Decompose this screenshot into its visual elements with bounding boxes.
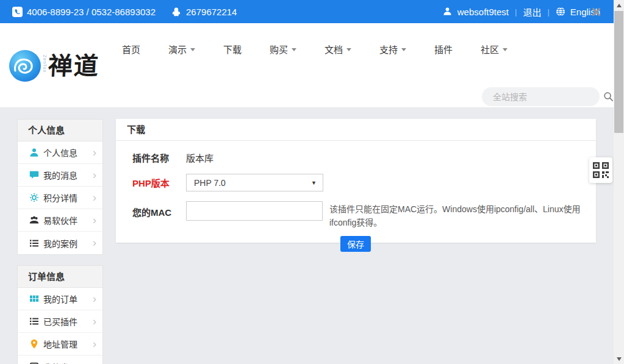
php-version-label: PHP版本 — [132, 176, 175, 189]
panel-title: 下载 — [116, 119, 596, 141]
comment-icon — [29, 170, 39, 180]
scroll-up-arrow-icon[interactable] — [614, 0, 624, 10]
nav-label: 插件 — [434, 43, 453, 55]
plugin-name-label: 插件名称 — [132, 151, 175, 164]
user-icon — [29, 148, 39, 157]
sidebar-item-partners[interactable]: 易软伙伴 › — [18, 209, 102, 232]
sidebar-group-orders: 订单信息 我的订单 › 已买插件 › 地址管理 › — [17, 265, 103, 364]
nav-item-plugins[interactable]: 插件 — [434, 43, 453, 55]
sidebar-item-cases[interactable]: 我的案例 › — [18, 232, 102, 254]
nav-item-support[interactable]: 支持 — [379, 43, 406, 55]
logo-text: 禅道 — [48, 50, 101, 82]
caret-down-icon — [346, 48, 351, 51]
nav-item-download[interactable]: 下载 — [223, 43, 242, 55]
logout-link[interactable]: 退出 — [523, 5, 541, 18]
site-search — [482, 87, 600, 106]
sidebar-item-label: 地址管理 — [43, 338, 93, 350]
search-icon[interactable] — [603, 91, 614, 102]
caret-down-icon: ▼ — [311, 180, 317, 186]
mac-label: 您的MAC — [132, 201, 175, 218]
nav-label: 购买 — [270, 43, 288, 55]
account-user[interactable]: websoft9test — [443, 7, 509, 17]
sidebar-item-addresses[interactable]: 地址管理 › — [18, 333, 102, 355]
chevron-right-icon: › — [93, 315, 96, 327]
caret-down-icon — [503, 48, 507, 51]
nav-label: 演示 — [168, 43, 187, 55]
chevron-right-icon: › — [93, 169, 96, 180]
scrollbar-thumb[interactable] — [614, 11, 623, 133]
caret-down-icon — [292, 48, 296, 51]
form-row-plugin-name: 插件名称 版本库 — [116, 146, 596, 169]
mac-input[interactable] — [186, 201, 323, 221]
qr-code-button[interactable] — [589, 157, 612, 183]
nav-item-docs[interactable]: 文档 — [325, 43, 351, 55]
caret-down-icon — [401, 48, 406, 51]
form-row-mac: 您的MAC 该插件只能在固定MAC运行。Windows使用ipconfig/al… — [116, 196, 596, 234]
mac-hint: 该插件只能在固定MAC运行。Windows使用ipconfig/all、Linu… — [329, 201, 586, 229]
phone-contact: 4006-8899-23 / 0532-86893032 — [12, 7, 156, 17]
php-version-select[interactable]: PHP 7.0 ▼ — [186, 174, 323, 191]
content: 个人信息 个人信息 › 我的消息 › 积分详情 › — [0, 107, 614, 364]
sidebar-group-title: 订单信息 — [18, 266, 102, 288]
logo-subtext: ZenTao — [43, 55, 47, 73]
chevron-right-icon: › — [93, 191, 96, 203]
separator: | — [515, 7, 517, 16]
chevron-right-icon: › — [93, 146, 96, 158]
sidebar-item-label: 个人信息 — [43, 146, 93, 159]
nav-item-demo[interactable]: 演示 — [168, 43, 195, 55]
phone-number: 4006-8899-23 / 0532-86893032 — [27, 7, 156, 17]
header: ZenTao 禅道 首页 演示 下载 购买 文档 支持 插件 社区 — [0, 23, 614, 107]
invoice-icon — [29, 362, 39, 364]
sidebar-item-points[interactable]: 积分详情 › — [18, 187, 102, 209]
form-row-php-version: PHP版本 PHP 7.0 ▼ — [116, 169, 596, 196]
save-button[interactable]: 保存 — [340, 236, 371, 252]
caret-down-icon — [190, 48, 195, 51]
list-icon — [29, 316, 39, 326]
sidebar-item-label: 我的消息 — [43, 169, 93, 181]
sidebar-item-invoices[interactable]: 我的发票 › — [18, 355, 102, 364]
nav-label: 首页 — [122, 43, 140, 55]
username: websoft9test — [457, 7, 509, 17]
globe-icon — [556, 7, 566, 17]
chevron-right-icon: › — [93, 237, 96, 248]
sidebar-item-bought-plugins[interactable]: 已买插件 › — [18, 310, 102, 333]
zentao-logo[interactable]: ZenTao 禅道 — [9, 50, 99, 82]
chevron-right-icon: › — [93, 214, 96, 226]
nav-label: 下载 — [223, 43, 242, 55]
sidebar-item-label: 我的发票 — [43, 361, 93, 364]
users-icon — [29, 215, 39, 225]
chevron-right-icon: › — [93, 360, 96, 364]
close-icon[interactable]: × — [591, 4, 601, 21]
grid-icon — [29, 294, 39, 304]
scrollbar[interactable] — [614, 0, 624, 364]
nav-item-buy[interactable]: 购买 — [270, 43, 296, 55]
sidebar-item-label: 已买插件 — [43, 315, 93, 327]
qr-code-icon — [593, 162, 609, 178]
nav-label: 支持 — [379, 43, 398, 55]
scroll-down-arrow-icon[interactable] — [614, 354, 624, 364]
phone-icon — [12, 7, 23, 17]
sidebar-item-label: 我的案例 — [43, 237, 93, 249]
sidebar-item-my-orders[interactable]: 我的订单 › — [18, 288, 102, 310]
chevron-right-icon: › — [93, 293, 96, 304]
topbar: 4006-8899-23 / 0532-86893032 2679672214 … — [0, 0, 614, 23]
sidebar-item-label: 积分详情 — [43, 191, 93, 204]
nav-item-community[interactable]: 社区 — [481, 43, 507, 55]
qq-number: 2679672214 — [186, 7, 237, 17]
nav-label: 文档 — [325, 43, 343, 55]
qq-icon — [171, 7, 182, 17]
chevron-right-icon: › — [93, 338, 96, 349]
sidebar-group-title: 个人信息 — [18, 120, 102, 141]
sidebar-group-personal: 个人信息 个人信息 › 我的消息 › 积分详情 › — [17, 119, 103, 255]
download-panel: 下载 插件名称 版本库 PHP版本 PHP 7.0 ▼ 您的MAC 该插件只能在… — [116, 119, 596, 243]
search-input[interactable] — [493, 92, 603, 102]
main-nav: 首页 演示 下载 购买 文档 支持 插件 社区 — [122, 43, 507, 55]
logo-globe-icon — [9, 50, 41, 82]
nav-item-home[interactable]: 首页 — [122, 43, 140, 55]
sidebar-item-messages[interactable]: 我的消息 › — [18, 164, 102, 187]
gear-icon — [29, 193, 39, 202]
sidebar-item-profile[interactable]: 个人信息 › — [18, 141, 102, 164]
map-marker-icon — [29, 339, 39, 349]
plugin-name-value: 版本库 — [186, 151, 213, 164]
qq-contact: 2679672214 — [171, 7, 237, 17]
